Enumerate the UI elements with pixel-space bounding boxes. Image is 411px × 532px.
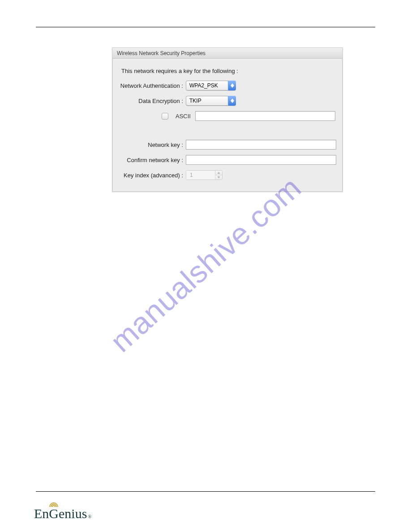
row-network-key: Network key : xyxy=(119,139,336,150)
data-encryption-select[interactable]: TKIP xyxy=(186,96,236,106)
key-index-value: 1 xyxy=(186,171,215,180)
dialog-title: Wireless Network Security Properties xyxy=(112,48,342,59)
spacer xyxy=(119,125,336,139)
network-authentication-select[interactable]: WPA2_PSK xyxy=(186,81,236,90)
row-confirm-network-key: Confirm network key : xyxy=(119,154,336,166)
engenius-logo: En G enius ® xyxy=(34,506,92,521)
data-encryption-value: TKIP xyxy=(186,96,228,106)
network-authentication-value: WPA2_PSK xyxy=(186,81,228,90)
logo-registered: ® xyxy=(88,514,91,519)
label-key-index: Key index (advanced) : xyxy=(119,172,186,179)
dialog-body: This network requires a key for the foll… xyxy=(112,59,342,192)
updown-arrows-icon xyxy=(228,81,236,90)
updown-arrows-icon xyxy=(228,96,236,106)
logo-enius: enius xyxy=(59,506,87,521)
label-ascii: ASCII xyxy=(176,113,191,120)
network-key-input[interactable] xyxy=(186,140,336,150)
label-network-authentication: Network Authentication : xyxy=(119,82,186,89)
label-confirm-network-key: Confirm network key : xyxy=(119,157,186,163)
ascii-input[interactable] xyxy=(195,111,335,121)
confirm-network-key-input[interactable] xyxy=(186,155,336,165)
key-index-stepper: 1 xyxy=(186,170,223,180)
stepper-arrows-icon xyxy=(215,171,222,180)
label-network-key: Network key : xyxy=(119,142,186,148)
row-ascii: ASCII xyxy=(119,110,336,122)
row-network-authentication: Network Authentication : WPA2_PSK xyxy=(119,80,336,91)
row-data-encryption: Data Encryption : TKIP xyxy=(119,95,336,107)
security-properties-dialog: Wireless Network Security Properties Thi… xyxy=(112,47,343,192)
logo-en: En xyxy=(34,506,49,521)
label-data-encryption: Data Encryption : xyxy=(119,98,186,104)
wifi-arcs-icon xyxy=(49,502,59,510)
intro-text: This network requires a key for the foll… xyxy=(121,68,336,74)
row-key-index: Key index (advanced) : 1 xyxy=(119,169,336,181)
ascii-checkbox[interactable] xyxy=(162,113,168,120)
